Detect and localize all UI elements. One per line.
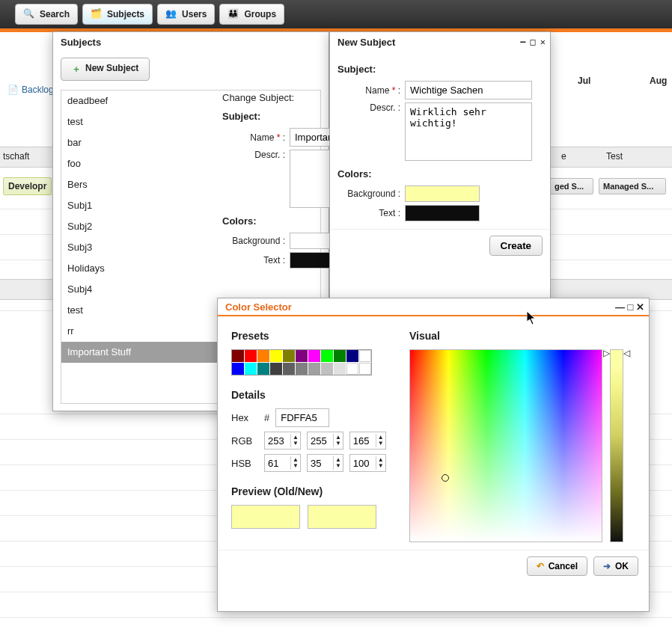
- ok-icon: ➜: [603, 561, 611, 571]
- hex-input[interactable]: [275, 408, 329, 427]
- new-subject-button[interactable]: ＋ New Subject: [61, 58, 150, 81]
- sv-cursor[interactable]: [442, 474, 449, 482]
- ok-button[interactable]: ➜ OK: [593, 556, 638, 576]
- dev-label[interactable]: Developr: [3, 177, 52, 195]
- month-jul: Jul: [578, 76, 590, 86]
- change-bg-label: Background :: [222, 236, 285, 246]
- subjects-tab[interactable]: 🗂️ Subjects: [82, 4, 153, 25]
- ns-bg-swatch[interactable]: [405, 185, 480, 202]
- search-tab[interactable]: 🔍 Search: [15, 4, 78, 25]
- preset-swatch[interactable]: [232, 363, 244, 375]
- ns-descr-input[interactable]: Wirklich sehr wichtig!: [405, 102, 532, 161]
- breadcrumb[interactable]: 📄 Backlog: [0, 85, 54, 95]
- hue-slider[interactable]: ▷ ◁: [610, 349, 623, 542]
- preset-swatch[interactable]: [245, 350, 257, 362]
- new-subject-label: New Subject: [85, 63, 138, 76]
- preset-swatch[interactable]: [283, 363, 295, 375]
- chip-managed-2[interactable]: Managed S...: [599, 178, 666, 194]
- users-label: Users: [182, 9, 207, 19]
- main-toolbar: 🔍 Search 🗂️ Subjects 👥 Users 👪 Groups: [0, 0, 672, 28]
- preset-swatch[interactable]: [270, 350, 282, 362]
- ns-section-subject: Subject:: [337, 64, 543, 75]
- minimize-icon[interactable]: —: [520, 37, 525, 47]
- cancel-button[interactable]: ↶ Cancel: [527, 556, 587, 576]
- preview-old: [231, 505, 300, 529]
- hsb-h-stepper[interactable]: ▲▼: [264, 454, 301, 472]
- hsb-b-input[interactable]: [350, 456, 376, 470]
- backlog-icon: 📄: [7, 85, 19, 95]
- preset-swatch[interactable]: [308, 363, 320, 375]
- ns-text-swatch[interactable]: [405, 205, 480, 221]
- rgb-b-input[interactable]: [350, 434, 376, 448]
- hsb-h-input[interactable]: [265, 456, 290, 470]
- hsb-label: HSB: [231, 458, 258, 469]
- plus-icon: ＋: [72, 63, 81, 76]
- change-name-label: Name * :: [222, 132, 285, 143]
- hex-label: Hex: [231, 412, 258, 423]
- groups-label: Groups: [244, 9, 276, 19]
- rgb-r-stepper[interactable]: ▲▼: [264, 432, 301, 450]
- close-icon[interactable]: ✕: [540, 37, 546, 47]
- color-selector-titlebar[interactable]: Color Selector — □ ✕: [218, 298, 649, 316]
- users-icon: 👥: [165, 8, 177, 20]
- hue-handle-left[interactable]: ▷: [603, 348, 610, 358]
- hue-handle-right[interactable]: ◁: [623, 348, 630, 358]
- preset-swatch[interactable]: [346, 350, 358, 362]
- ns-name-input[interactable]: [405, 81, 532, 99]
- users-tab[interactable]: 👥 Users: [157, 4, 215, 25]
- preset-swatch[interactable]: [334, 350, 346, 362]
- preset-swatch[interactable]: [257, 363, 269, 375]
- cs-minimize-icon[interactable]: —: [615, 301, 625, 313]
- hsb-s-input[interactable]: [308, 456, 333, 470]
- chip-managed-1[interactable]: ged S...: [550, 178, 593, 194]
- new-subject-titlebar[interactable]: New Subject — □ ✕: [330, 32, 550, 52]
- preset-swatch[interactable]: [296, 363, 308, 375]
- preset-swatch[interactable]: [346, 363, 358, 375]
- color-selector-window: Color Selector — □ ✕ Presets Details Hex…: [217, 298, 650, 612]
- details-heading: Details: [231, 389, 390, 401]
- hsb-b-stepper[interactable]: ▲▼: [349, 454, 386, 472]
- preset-swatch[interactable]: [257, 350, 269, 362]
- breadcrumb-label: Backlog: [22, 85, 54, 95]
- cancel-label: Cancel: [549, 561, 578, 571]
- maximize-icon[interactable]: □: [531, 37, 536, 47]
- rgb-g-input[interactable]: [308, 434, 333, 448]
- preset-swatch[interactable]: [283, 350, 295, 362]
- presets-heading: Presets: [231, 330, 390, 342]
- subjects-window-title-text: Subjects: [61, 37, 101, 48]
- col-tschaft: tschaft: [3, 151, 29, 162]
- subject-list-item[interactable]: Subj4: [61, 279, 320, 300]
- grid-row: [0, 617, 672, 635]
- hsb-s-stepper[interactable]: ▲▼: [307, 454, 343, 472]
- subjects-window-title[interactable]: Subjects: [53, 32, 329, 52]
- preset-swatch[interactable]: [245, 363, 257, 375]
- new-subject-title: New Subject: [337, 37, 395, 48]
- preset-swatch[interactable]: [232, 350, 244, 362]
- cs-maximize-icon[interactable]: □: [628, 301, 634, 313]
- preset-swatch[interactable]: [334, 363, 346, 375]
- preset-swatch[interactable]: [359, 363, 371, 375]
- col-test: Test: [606, 151, 623, 162]
- preset-swatch[interactable]: [321, 350, 333, 362]
- preview-heading: Preview (Old/New): [231, 485, 390, 497]
- ns-section-colors: Colors:: [337, 168, 543, 180]
- subjects-label: Subjects: [107, 9, 144, 19]
- preset-swatch[interactable]: [359, 350, 371, 362]
- new-subject-window: New Subject — □ ✕ Subject: Name * : Desc…: [329, 31, 551, 299]
- rgb-b-stepper[interactable]: ▲▼: [349, 432, 386, 450]
- color-selector-title: Color Selector: [225, 301, 292, 313]
- preset-swatch[interactable]: [270, 363, 282, 375]
- rgb-r-input[interactable]: [265, 434, 290, 448]
- cs-close-icon[interactable]: ✕: [636, 301, 644, 313]
- subjects-icon: 🗂️: [91, 8, 103, 20]
- rgb-g-stepper[interactable]: ▲▼: [307, 432, 343, 450]
- preset-swatch[interactable]: [308, 350, 320, 362]
- ns-text-label: Text :: [337, 208, 400, 218]
- preset-swatch[interactable]: [296, 350, 308, 362]
- create-button[interactable]: Create: [489, 236, 543, 256]
- groups-tab[interactable]: 👪 Groups: [219, 4, 284, 25]
- ns-descr-label: Descr. :: [337, 102, 400, 113]
- preset-swatch[interactable]: [321, 363, 333, 375]
- preset-grid: [231, 349, 372, 375]
- sv-picker[interactable]: [409, 349, 602, 542]
